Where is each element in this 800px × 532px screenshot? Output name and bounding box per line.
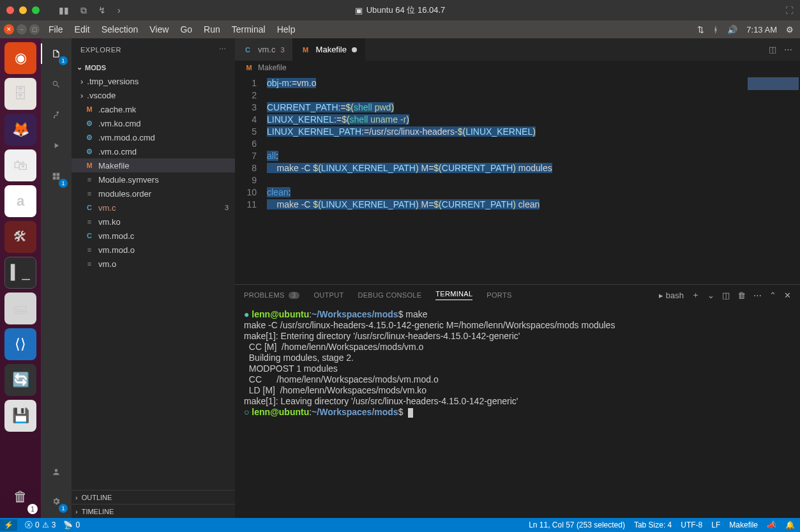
menu-edit[interactable]: Edit — [75, 24, 90, 34]
terminal-app[interactable]: ▍_ — [4, 257, 36, 289]
file-.vscode[interactable]: ›.vscode — [72, 88, 235, 102]
file-vm.ko[interactable]: ≡vm.ko — [72, 215, 235, 229]
more-icon[interactable]: ⋯ — [219, 45, 227, 54]
volume-icon[interactable]: 🔊 — [727, 25, 737, 34]
outline-section[interactable]: ›OUTLINE — [72, 490, 235, 504]
terminal-dropdown-icon[interactable]: ⌄ — [707, 291, 714, 300]
fullscreen-icon[interactable]: ⛶ — [785, 6, 794, 15]
devices-app[interactable]: 🖴 — [4, 293, 36, 324]
trash-app[interactable]: 🗑 — [4, 481, 36, 513]
menu-go[interactable]: Go — [180, 24, 192, 34]
notifications-icon[interactable]: 🔔 — [785, 521, 795, 529]
language-mode[interactable]: Makefile — [729, 521, 758, 529]
search-activity[interactable] — [47, 75, 65, 93]
file-.cache.mk[interactable]: M.cache.mk — [72, 102, 235, 116]
remote-button[interactable]: ⚡ — [0, 519, 17, 531]
chevron-right-icon[interactable]: › — [117, 5, 121, 16]
shell-label[interactable]: ▸ bash — [659, 291, 684, 300]
file-Makefile[interactable]: MMakefile — [72, 158, 235, 172]
split-editor-icon[interactable]: ◫ — [769, 45, 776, 54]
file-Module.symvers[interactable]: ≡Module.symvers — [72, 172, 235, 186]
menu-file[interactable]: File — [49, 24, 63, 34]
eol[interactable]: LF — [711, 521, 720, 529]
file-.vm.mod.o.cmd[interactable]: ⚙.vm.mod.o.cmd — [72, 130, 235, 144]
feedback-icon[interactable]: 📣 — [767, 521, 776, 529]
close-window-button[interactable] — [6, 6, 14, 14]
amazon-app[interactable]: a — [4, 185, 36, 217]
wrench-icon[interactable]: ↯ — [98, 5, 106, 16]
tab-vm.c[interactable]: Cvm.c3 — [235, 38, 293, 61]
clock[interactable]: 7:13 AM — [746, 25, 777, 34]
firefox-app[interactable]: 🦊 — [4, 114, 36, 146]
file-.vm.ko.cmd[interactable]: ⚙.vm.ko.cmd — [72, 116, 235, 130]
menu-run[interactable]: Run — [204, 24, 220, 34]
settings-app[interactable]: 🛠 — [4, 221, 36, 253]
extensions-activity[interactable]: 1 — [47, 167, 65, 185]
file-icon: ⚙ — [84, 148, 94, 156]
menu-view[interactable]: View — [149, 24, 169, 34]
file-.tmp_versions[interactable]: ›.tmp_versions — [72, 74, 235, 88]
files-app[interactable]: 🗄 — [4, 78, 36, 110]
explorer-activity[interactable]: 1 — [47, 45, 65, 63]
menu-terminal[interactable]: Terminal — [232, 24, 266, 34]
minimize-window-button[interactable] — [19, 6, 27, 14]
menu-selection[interactable]: Selection — [102, 24, 139, 34]
ubuntu-file-icon: ▣ — [355, 6, 363, 15]
maximize-button[interactable]: ▢ — [29, 24, 40, 34]
debug-console-tab[interactable]: DEBUG CONSOLE — [358, 291, 421, 299]
minimap[interactable] — [743, 75, 800, 284]
file-vm.mod.c[interactable]: Cvm.mod.c — [72, 229, 235, 243]
file-icon: M — [301, 46, 311, 54]
errors-status[interactable]: ⓧ 0 ⚠ 3 — [25, 520, 56, 531]
menu-help[interactable]: Help — [277, 24, 296, 34]
explorer-section-header[interactable]: ⌄ MODS — [72, 61, 235, 74]
terminal-body[interactable]: ● lenn@ubuntu:~/Workspaces/mods$ makemak… — [235, 305, 800, 518]
output-tab[interactable]: OUTPUT — [313, 291, 343, 299]
ports-tab[interactable]: PORTS — [487, 291, 511, 299]
dash-icon[interactable]: ◉ — [4, 42, 36, 74]
problems-tab[interactable]: PROBLEMS3 — [244, 291, 299, 299]
run-debug-activity[interactable] — [47, 137, 65, 155]
code-editor[interactable]: 1234567891011 obj-m:=vm.oCURRENT_PATH:=$… — [235, 75, 800, 284]
file-vm.o[interactable]: ≡vm.o — [72, 257, 235, 271]
bluetooth-icon[interactable]: ᚼ — [713, 25, 718, 34]
maximize-window-button[interactable] — [32, 6, 40, 14]
settings-activity[interactable]: 1 — [47, 492, 65, 510]
vscode-app[interactable]: ⟨⟩ — [4, 328, 36, 360]
more-icon[interactable]: ⋯ — [753, 291, 762, 300]
more-icon[interactable]: ⋯ — [784, 45, 792, 54]
snapshot-icon[interactable]: ⧉ — [80, 5, 87, 16]
ports-status[interactable]: 📡 0 — [63, 521, 80, 529]
software-app[interactable]: 🛍 — [4, 149, 36, 181]
pause-icon[interactable]: ▮▮ — [59, 5, 69, 16]
terminal-tab[interactable]: TERMINAL — [435, 290, 472, 300]
file-.vm.o.cmd[interactable]: ⚙.vm.o.cmd — [72, 144, 235, 158]
source-control-activity[interactable] — [47, 106, 65, 124]
minimize-button[interactable]: – — [17, 24, 27, 34]
file-vm.mod.o[interactable]: ≡vm.mod.o — [72, 243, 235, 257]
accounts-activity[interactable] — [47, 463, 65, 481]
file-vm.c[interactable]: Cvm.c3 — [72, 201, 235, 215]
maximize-panel-icon[interactable]: ⌃ — [769, 291, 776, 300]
explorer-sidebar: EXPLORER ⋯ ⌄ MODS ›.tmp_versions›.vscode… — [72, 38, 235, 518]
vm-title: ▣ Ubuntu 64 位 16.04.7 — [355, 4, 446, 16]
cursor-position[interactable]: Ln 11, Col 57 (253 selected) — [529, 521, 625, 529]
network-icon[interactable]: ⇅ — [697, 25, 704, 34]
close-panel-icon[interactable]: ✕ — [784, 291, 791, 300]
system-tray: ⇅ ᚼ 🔊 7:13 AM ⚙ — [697, 25, 800, 34]
code-content[interactable]: obj-m:=vm.oCURRENT_PATH:=$(shell pwd)LIN… — [267, 75, 800, 284]
new-terminal-icon[interactable]: ＋ — [691, 289, 700, 301]
tab-size[interactable]: Tab Size: 4 — [634, 521, 672, 529]
file-modules.order[interactable]: ≡modules.order — [72, 186, 235, 201]
breadcrumb[interactable]: M Makefile — [235, 61, 800, 75]
tab-Makefile[interactable]: MMakefile — [293, 38, 365, 61]
floppy-app[interactable]: 💾 — [4, 400, 36, 432]
encoding[interactable]: UTF-8 — [681, 521, 702, 529]
kill-terminal-icon[interactable]: 🗑 — [737, 291, 746, 300]
gear-icon[interactable]: ⚙ — [786, 25, 794, 34]
timeline-section[interactable]: ›TIMELINE — [72, 504, 235, 518]
file-icon: C — [84, 232, 94, 239]
updater-app[interactable]: 🔄 — [4, 364, 36, 396]
split-terminal-icon[interactable]: ◫ — [722, 291, 730, 300]
close-button[interactable]: ✕ — [4, 24, 14, 34]
